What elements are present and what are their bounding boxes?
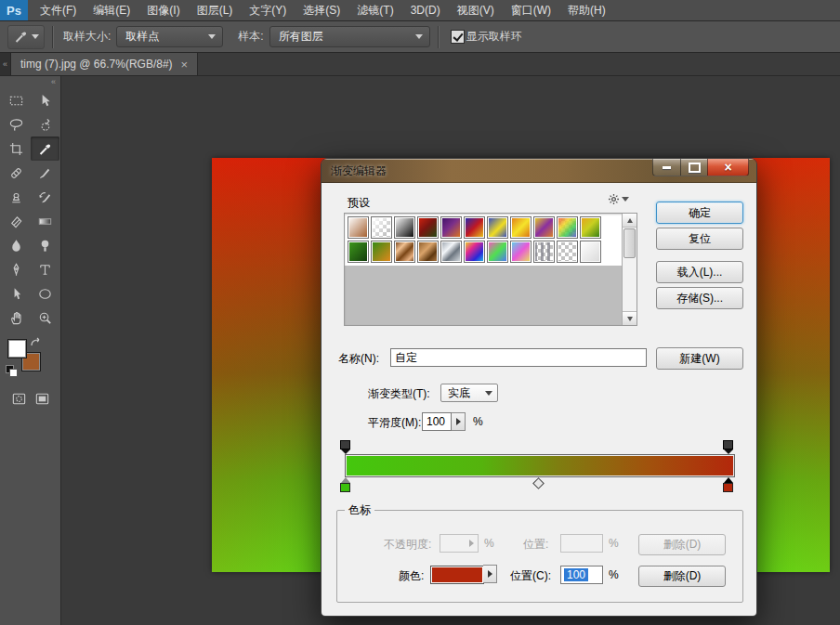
gradient-preset-2[interactable] [371,216,392,239]
opacity-stop-right[interactable] [723,440,733,453]
clone-stamp-tool[interactable] [2,185,31,209]
new-button[interactable]: 新建(W) [656,347,743,370]
pen-tool[interactable] [2,257,31,281]
menu-item-8[interactable]: 3D(D) [402,0,449,20]
move-tool[interactable] [31,88,59,112]
sample-select[interactable]: 所有图层 [269,26,430,47]
gradient-preset-3[interactable] [394,216,415,239]
foreground-color-swatch[interactable] [7,339,27,358]
dialog-body: 预设 确定 复位 [322,183,756,616]
eyedropper-tool[interactable] [31,137,59,161]
menu-item-5[interactable]: 文字(Y) [241,0,295,20]
gradient-type-select[interactable]: 实底 [440,384,498,402]
dodge-tool[interactable] [31,233,59,257]
toolbar-collapse-button[interactable]: « [0,76,60,88]
delete-color-stop-button[interactable]: 删除(D) [638,566,726,587]
gradient-preset-6[interactable] [464,216,485,239]
gradient-preset-8[interactable] [510,216,532,239]
minimize-button[interactable] [652,159,681,176]
default-colors-icon[interactable] [6,365,17,376]
scroll-down-button[interactable] [623,311,637,325]
gradient-preview-bar[interactable] [345,454,735,477]
menu-item-7[interactable]: 滤镜(T) [348,0,401,20]
gradient-preset-11[interactable] [580,216,601,239]
gradient-preset-21[interactable] [557,241,578,263]
swap-colors-icon[interactable] [30,337,43,348]
history-brush-icon [37,189,53,205]
lasso-tool[interactable] [2,112,31,137]
path-selection-tool[interactable] [2,281,31,306]
color-stop-right-selected[interactable] [723,477,733,491]
gradient-tool[interactable] [31,209,59,233]
gradient-preset-13[interactable] [371,241,392,263]
opacity-label: 不透明度: [384,537,431,553]
color-stop-left[interactable] [340,477,350,491]
gradient-preset-17[interactable] [464,241,485,263]
blur-tool[interactable] [2,233,31,257]
rectangular-marquee-tool[interactable] [2,88,31,112]
history-brush-tool[interactable] [31,185,59,209]
smoothness-input[interactable] [422,412,452,431]
gradient-preset-1[interactable] [348,216,369,239]
ok-button[interactable]: 确定 [656,202,743,224]
smoothness-slider-button[interactable] [452,412,466,431]
hand-tool[interactable] [2,306,31,330]
menu-item-4[interactable]: 图层(L) [189,0,242,20]
crop-tool[interactable] [2,137,31,161]
scrollbar-thumb[interactable] [623,228,636,258]
close-button[interactable]: × [707,159,749,176]
chevron-down-icon [32,34,39,39]
menu-item-3[interactable]: 图像(I) [138,0,188,20]
stop-color-swatch[interactable] [430,566,484,584]
menu-item-6[interactable]: 选择(S) [295,0,348,20]
gradient-preset-20[interactable] [533,241,555,263]
save-button[interactable]: 存储(S)... [656,287,743,309]
spot-healing-brush-tool[interactable] [2,161,31,185]
gradient-preset-16[interactable] [440,241,462,263]
maximize-button[interactable] [681,159,707,176]
zoom-tool[interactable] [31,306,59,330]
close-tab-icon[interactable]: × [181,59,189,71]
gradient-preset-4[interactable] [417,216,439,239]
color-swatch-menu-button[interactable] [483,565,497,583]
hand-icon [8,310,24,326]
gradient-preset-7[interactable] [487,216,508,239]
quick-mask-button[interactable] [11,391,27,407]
gradient-preset-5[interactable] [440,216,462,239]
menu-item-2[interactable]: 编辑(E) [85,0,138,20]
gradient-preset-18[interactable] [487,241,508,263]
stop-position-input[interactable]: 100 [560,566,603,584]
color-label: 颜色: [399,568,424,584]
dialog-titlebar[interactable]: 渐变编辑器 × [322,159,756,183]
gradient-preset-15[interactable] [417,241,439,263]
brush-tool[interactable] [31,161,59,185]
collapse-panels-button[interactable]: « [0,53,11,75]
gradient-preset-22[interactable] [580,241,601,263]
scroll-up-button[interactable] [623,214,637,228]
load-button[interactable]: 载入(L)... [656,261,743,283]
type-tool[interactable] [31,257,59,281]
eraser-tool[interactable] [2,209,31,233]
gradient-preset-19[interactable] [510,241,532,263]
gradient-preset-12[interactable] [348,241,369,263]
show-sampling-ring-checkbox[interactable] [451,30,465,44]
quick-selection-tool[interactable] [31,112,59,137]
gradient-midpoint-diamond[interactable] [532,477,545,489]
sample-size-select[interactable]: 取样点 [116,26,223,47]
menu-item-11[interactable]: 帮助(H) [559,0,614,20]
document-tab[interactable]: timg (7).jpg @ 66.7%(RGB/8#) × [11,53,198,75]
gradient-preset-10[interactable] [557,216,578,239]
reset-button[interactable]: 复位 [656,228,743,250]
menu-item-10[interactable]: 窗口(W) [503,0,559,20]
screen-mode-button[interactable] [34,391,50,407]
gradient-preset-14[interactable] [394,241,415,263]
presets-scrollbar[interactable] [622,214,637,325]
menu-item-1[interactable]: 文件(F) [32,0,85,20]
presets-menu-button[interactable] [608,193,629,205]
name-input[interactable] [390,348,647,367]
menu-item-9[interactable]: 视图(V) [449,0,503,20]
gradient-preset-9[interactable] [533,216,555,239]
ellipse-tool[interactable] [31,281,59,306]
eyedropper-tool-preview-button[interactable] [7,25,45,49]
opacity-stop-left[interactable] [340,440,350,453]
